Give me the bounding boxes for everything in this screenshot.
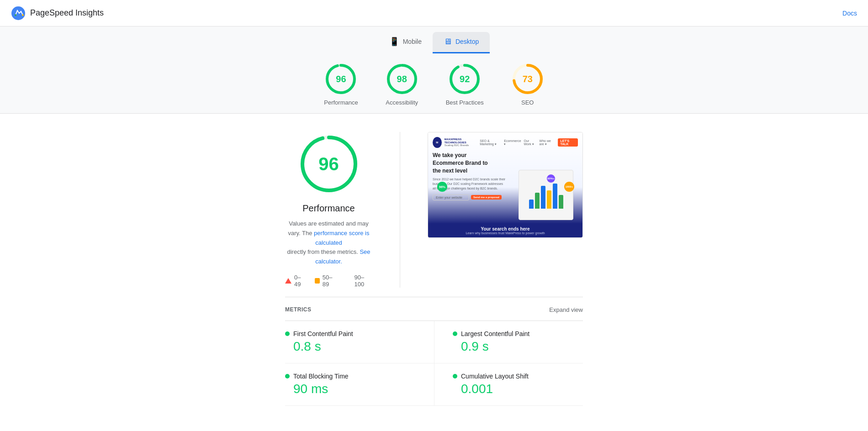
screenshot-badge-90: 90%+ <box>547 174 555 183</box>
legend-pass-icon <box>347 278 352 284</box>
app-header: PageSpeed Insights Docs <box>0 0 868 26</box>
tab-desktop-label: Desktop <box>455 38 479 45</box>
score-card-seo[interactable]: 73 SEO <box>511 63 544 106</box>
screenshot-bottom-sub: Learn why businesses trust MakkPress to … <box>433 231 578 235</box>
chart-bars <box>529 181 563 209</box>
legend-item-fail: 0–49 <box>285 274 306 288</box>
docs-link[interactable]: Docs <box>842 10 857 17</box>
performance-note: Values are estimated and may vary. The p… <box>285 219 372 267</box>
metric-cls-dot <box>453 374 457 378</box>
screenshot-nav-ecom: Ecommerce ▾ <box>504 139 521 146</box>
screenshot-nav-work: Our Work ▾ <box>524 139 537 146</box>
performance-title: Performance <box>302 203 355 214</box>
metric-lcp: Largest Contentful Paint 0.9 s <box>434 321 583 363</box>
perf-right: M MAXXPRESS TECHNOLOGIES Scaling B2C Bra… <box>428 132 583 288</box>
screenshot-nav: SEO & Marketing ▾ Ecommerce ▾ Our Work ▾… <box>480 139 555 146</box>
metrics-grid: First Contentful Paint 0.8 s Largest Con… <box>285 321 583 406</box>
scores-section: 96 Performance 98 Accessibility <box>0 53 868 114</box>
pagespeed-logo-icon <box>11 6 26 21</box>
metric-tbt-label-row: Total Blocking Time <box>285 373 416 380</box>
performance-detail-section: 96 Performance Values are estimated and … <box>285 114 583 297</box>
tab-mobile[interactable]: 📱 Mobile <box>378 32 433 53</box>
metric-tbt-value: 90 ms <box>285 382 416 396</box>
metric-lcp-dot <box>453 331 457 336</box>
tab-bar: 📱 Mobile 🖥 Desktop <box>0 26 868 53</box>
score-card-accessibility[interactable]: 98 Accessibility <box>386 63 418 106</box>
left-spacer <box>142 114 274 415</box>
score-label-performance: Performance <box>324 99 358 106</box>
score-ring-accessibility: 98 <box>386 63 418 95</box>
metric-lcp-value: 0.9 s <box>453 339 583 354</box>
score-card-performance[interactable]: 96 Performance <box>324 63 358 106</box>
screenshot-nav-who: Who we are ▾ <box>540 139 555 146</box>
mobile-icon: 📱 <box>389 37 399 47</box>
site-screenshot: M MAXXPRESS TECHNOLOGIES Scaling B2C Bra… <box>428 132 583 238</box>
screenshot-tagline: Scaling B2C Brands <box>445 144 477 147</box>
bar-4 <box>547 190 551 209</box>
svg-point-1 <box>15 14 16 16</box>
screenshot-bottom: Your search ends here Learn why business… <box>428 224 582 237</box>
section-divider <box>400 132 400 288</box>
screenshot-body: M MAXXPRESS TECHNOLOGIES Scaling B2C Bra… <box>428 132 582 224</box>
perf-note2: directly from these metrics. <box>287 248 358 255</box>
bar-5 <box>553 184 557 209</box>
legend-fail-icon <box>285 278 291 284</box>
score-ring-best-practices: 92 <box>448 63 481 95</box>
big-score-value: 96 <box>318 154 339 174</box>
perf-left: 96 Performance Values are estimated and … <box>285 132 372 288</box>
score-value-performance: 96 <box>336 74 346 84</box>
expand-view-button[interactable]: Expand view <box>549 306 583 313</box>
scores-container: 96 Performance 98 Accessibility <box>0 63 868 106</box>
screenshot-send-btn: Send me a proposal <box>471 195 502 200</box>
legend-average-range: 50–89 <box>323 274 338 288</box>
metric-cls-value: 0.001 <box>453 382 583 396</box>
big-score-ring: 96 <box>297 132 361 196</box>
screenshot-chart <box>519 170 573 220</box>
metrics-title: METRICS <box>285 306 312 313</box>
score-label-accessibility: Accessibility <box>386 99 418 106</box>
bar-1 <box>529 200 534 209</box>
screenshot-badge-96: 96% <box>437 182 447 192</box>
perf-link1[interactable]: performance score is calculated <box>314 230 369 246</box>
screenshot-bottom-title: Your search ends here <box>433 226 578 231</box>
metric-fcp: First Contentful Paint 0.8 s <box>285 321 434 363</box>
metric-tbt: Total Blocking Time 90 ms <box>285 363 434 406</box>
screenshot-cta: LET'S TALK <box>558 138 578 147</box>
screenshot-badge-1800: 1800+ <box>564 182 574 192</box>
score-legend: 0–49 50–89 90–100 <box>285 274 372 288</box>
metrics-header: METRICS Expand view <box>285 306 583 313</box>
legend-fail-range: 0–49 <box>294 274 306 288</box>
score-value-seo: 73 <box>523 74 533 84</box>
score-value-accessibility: 98 <box>397 74 407 84</box>
metric-cls-label-row: Cumulative Layout Shift <box>453 373 583 380</box>
score-label-best-practices: Best Practices <box>446 99 484 106</box>
screenshot-logo: M <box>433 137 442 148</box>
screenshot-company: MAXXPRESS TECHNOLOGIES <box>445 138 477 144</box>
metrics-section: METRICS Expand view First Contentful Pai… <box>285 297 583 415</box>
legend-average-icon <box>315 278 320 284</box>
tab-desktop[interactable]: 🖥 Desktop <box>433 32 490 53</box>
bar-2 <box>535 193 540 209</box>
score-value-best-practices: 92 <box>460 74 470 84</box>
legend-item-pass: 90–100 <box>347 274 372 288</box>
metric-cls-label: Cumulative Layout Shift <box>461 373 529 380</box>
score-ring-seo: 73 <box>511 63 544 95</box>
legend-pass-range: 90–100 <box>355 274 372 288</box>
metric-tbt-label: Total Blocking Time <box>293 373 349 380</box>
screenshot-header: M MAXXPRESS TECHNOLOGIES Scaling B2C Bra… <box>433 137 578 148</box>
bar-6 <box>559 195 563 209</box>
score-card-best-practices[interactable]: 92 Best Practices <box>446 63 484 106</box>
metric-fcp-label: First Contentful Paint <box>293 330 353 337</box>
center-content: 96 Performance Values are estimated and … <box>274 114 594 415</box>
metric-lcp-label-row: Largest Contentful Paint <box>453 330 583 337</box>
metric-fcp-dot <box>285 331 290 336</box>
content-wrapper: 96 Performance Values are estimated and … <box>142 114 726 415</box>
metric-fcp-label-row: First Contentful Paint <box>285 330 416 337</box>
svg-point-0 <box>11 6 25 20</box>
tab-mobile-label: Mobile <box>403 38 422 45</box>
score-ring-performance: 96 <box>324 63 357 95</box>
metric-tbt-dot <box>285 374 290 378</box>
logo-area: PageSpeed Insights <box>11 6 104 21</box>
screenshot-input: Enter your website <box>433 194 469 200</box>
metric-fcp-value: 0.8 s <box>285 339 416 354</box>
